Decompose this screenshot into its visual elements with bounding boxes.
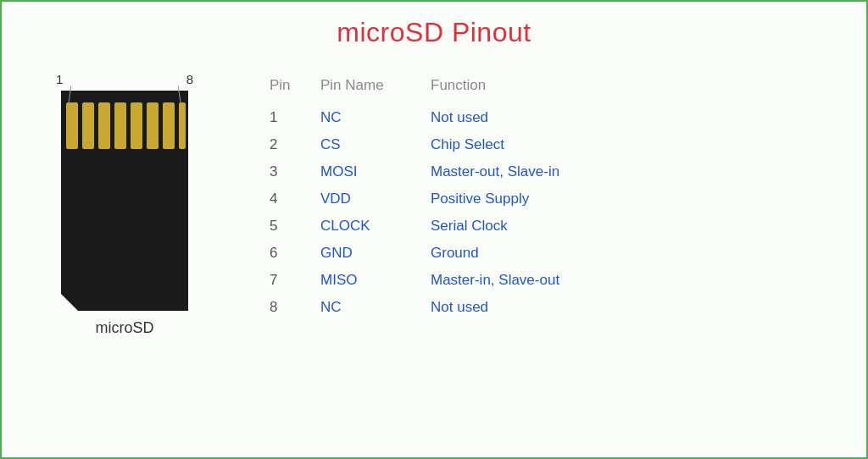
cell-pin-name: NC: [307, 294, 417, 321]
cell-function: Not used: [417, 294, 841, 321]
table-row: 8NCNot used: [256, 294, 841, 321]
table-row: 6GNDGround: [256, 240, 841, 267]
main-content: 1 8: [2, 65, 866, 337]
cell-pin: 1: [256, 104, 307, 131]
svg-rect-1: [82, 102, 94, 149]
cell-pin-name: CLOCK: [307, 213, 417, 240]
table-header-row: Pin Pin Name Function: [256, 74, 841, 104]
cell-pin-name: MISO: [307, 267, 417, 294]
cell-function: Master-in, Slave-out: [417, 267, 841, 294]
cell-pin: 8: [256, 294, 307, 321]
cell-pin-name: GND: [307, 240, 417, 267]
cell-pin-name: CS: [307, 131, 417, 158]
cell-pin: 7: [256, 267, 307, 294]
cell-pin: 3: [256, 158, 307, 185]
cell-function: Serial Clock: [417, 213, 841, 240]
col-header-pin: Pin: [256, 74, 307, 104]
svg-rect-2: [98, 102, 110, 149]
page-title: microSD Pinout: [337, 17, 531, 48]
page-container: microSD Pinout 1 8: [0, 0, 868, 459]
table-row: 3MOSIMaster-out, Slave-in: [256, 158, 841, 185]
svg-rect-4: [131, 102, 142, 149]
cell-pin-name: NC: [307, 104, 417, 131]
card-label: microSD: [95, 319, 153, 337]
card-wrapper: 1 8: [53, 91, 197, 311]
table-row: 4VDDPositive Supply: [256, 185, 841, 213]
cell-pin-name: MOSI: [307, 158, 417, 185]
svg-rect-7: [179, 102, 186, 149]
pin-label-1: 1: [56, 72, 63, 86]
svg-rect-6: [163, 102, 175, 149]
cell-function: Chip Select: [417, 131, 841, 158]
table-row: 2CSChip Select: [256, 131, 841, 158]
svg-rect-0: [66, 102, 78, 149]
cell-pin: 6: [256, 240, 307, 267]
table-row: 7MISOMaster-in, Slave-out: [256, 267, 841, 294]
card-section: 1 8: [27, 91, 222, 337]
cell-pin: 5: [256, 213, 307, 240]
cell-pin: 4: [256, 185, 307, 213]
microsd-card-illustration: [53, 91, 197, 311]
svg-rect-5: [147, 102, 159, 149]
cell-pin: 2: [256, 131, 307, 158]
cell-function: Positive Supply: [417, 185, 841, 213]
cell-function: Not used: [417, 104, 841, 131]
col-header-name: Pin Name: [307, 74, 417, 104]
cell-function: Ground: [417, 240, 841, 267]
pin-label-8: 8: [186, 72, 193, 86]
col-header-function: Function: [417, 74, 841, 104]
pinout-table: Pin Pin Name Function 1NCNot used2CSChip…: [256, 74, 841, 321]
table-row: 1NCNot used: [256, 104, 841, 131]
table-section: Pin Pin Name Function 1NCNot used2CSChip…: [256, 74, 841, 321]
cell-pin-name: VDD: [307, 185, 417, 213]
cell-function: Master-out, Slave-in: [417, 158, 841, 185]
svg-rect-3: [114, 102, 126, 149]
table-row: 5CLOCKSerial Clock: [256, 213, 841, 240]
